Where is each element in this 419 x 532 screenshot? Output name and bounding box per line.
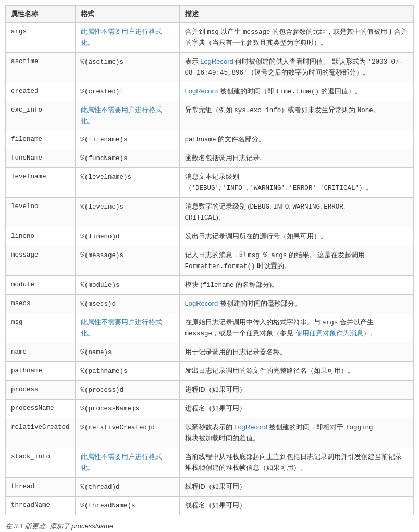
attr-format: 此属性不需要用户进行格式化。 [75, 313, 179, 343]
attr-desc: LogRecord 被创建的时间的毫秒部分。 [179, 295, 413, 313]
attr-name: processName [6, 400, 76, 418]
attr-format: %(process)d [75, 381, 179, 400]
table-row: threadName%(threadName)s线程名（如果可用） [6, 496, 414, 515]
table-row: args此属性不需要用户进行格式化。合并到 msg 以产生 message 的包… [6, 23, 414, 53]
table-row: levelno%(levelno)s消息数字的记录级别 (DEBUG, INFO… [6, 198, 414, 227]
attr-desc: 进程ID（如果可用） [179, 381, 413, 400]
attr-format: %(threadName)s [75, 496, 179, 515]
table-row: pathname%(pathname)s发出日志记录调用的源文件的完整路径名（如… [6, 362, 414, 381]
table-row: levelname%(levelname)s消息文本记录级别（'DEBUG', … [6, 168, 414, 198]
attr-format: 此属性不需要用户进行格式化。 [75, 101, 179, 130]
attr-name: process [6, 381, 76, 400]
attr-format: %(relativeCreated)d [75, 418, 179, 448]
attr-name: lineno [6, 227, 76, 246]
footer-highlight: processName [71, 522, 113, 530]
attr-desc: 在原始日志记录调用中传入的格式字符串。与 args 合并以产生message，或… [179, 313, 413, 343]
attr-format: %(pathname)s [75, 362, 179, 381]
attributes-table: 属性名称 格式 描述 args此属性不需要用户进行格式化。合并到 msg 以产生… [5, 5, 414, 515]
attr-name: created [6, 82, 76, 101]
attr-desc: 异常元组（例如 sys.exc_info）或者如未发生异常则为 None。 [179, 101, 413, 130]
attr-format: 此属性不需要用户进行格式化。 [75, 448, 179, 477]
table-row: process%(process)d进程ID（如果可用） [6, 381, 414, 400]
attr-format: %(levelname)s [75, 168, 179, 198]
table-row: relativeCreated%(relativeCreated)d以毫秒数表示… [6, 418, 414, 448]
attr-name: threadName [6, 496, 76, 515]
attr-desc: 表示 LogRecord 何时被创建的供人查看时间值。 默认形式为 '2003-… [179, 52, 413, 82]
attr-desc: 以毫秒数表示的 LogRecord 被创建的时间，即相对于 logging模块被… [179, 418, 413, 448]
attr-desc: 线程名（如果可用） [179, 496, 413, 515]
attr-name: stack_info [6, 448, 76, 477]
attr-name: levelno [6, 198, 76, 227]
attr-desc: pathname 的文件名部分。 [179, 130, 413, 149]
attr-desc: 用于记录调用的日志记录器名称。 [179, 343, 413, 362]
table-row: thread%(thread)d线程ID（如果可用） [6, 477, 414, 496]
table-row: stack_info此属性不需要用户进行格式化。当前线程中从堆栈底部起向上直到包… [6, 448, 414, 477]
attr-format: %(message)s [75, 246, 179, 276]
attr-name: levelname [6, 168, 76, 198]
table-row: asctime%(asctime)s表示 LogRecord 何时被创建的供人查… [6, 52, 414, 82]
attr-desc: 发出日志记录调用所在的源行号（如果可用）。 [179, 227, 413, 246]
table-row: module%(module)s模块 (filename 的名称部分)。 [6, 276, 414, 295]
table-row: funcName%(funcName)s函数名包括调用日志记录. [6, 149, 414, 168]
attr-desc: 模块 (filename 的名称部分)。 [179, 276, 413, 295]
attr-desc: 线程ID（如果可用） [179, 477, 413, 496]
table-row: exc_info此属性不需要用户进行格式化。异常元组（例如 sys.exc_in… [6, 101, 414, 130]
attr-format: %(module)s [75, 276, 179, 295]
table-row: created%(created)fLogRecord 被创建的时间（即 tim… [6, 82, 414, 101]
attr-format: %(funcName)s [75, 149, 179, 168]
attr-name: exc_info [6, 101, 76, 130]
attr-name: msecs [6, 295, 76, 313]
table-row: message%(message)s记入日志的消息，即 msg % args 的… [6, 246, 414, 276]
col-header-format: 格式 [75, 6, 179, 23]
attr-format: %(lineno)d [75, 227, 179, 246]
attr-format: 此属性不需要用户进行格式化。 [75, 23, 179, 53]
table-row: filename%(filename)spathname 的文件名部分。 [6, 130, 414, 149]
attr-name: name [6, 343, 76, 362]
attr-name: msg [6, 313, 76, 343]
attr-desc: 消息文本记录级别（'DEBUG', 'INFO', 'WARNING', 'ER… [179, 168, 413, 198]
attr-desc: 消息数字的记录级别 (DEBUG, INFO, WARNING, ERROR,C… [179, 198, 413, 227]
attr-desc: 记入日志的消息，即 msg % args 的结果。 这是在发起调用Formatt… [179, 246, 413, 276]
attr-desc: 合并到 msg 以产生 message 的包含参数的元组，或是其中的值被用于合并… [179, 23, 413, 53]
attr-format: %(thread)d [75, 477, 179, 496]
table-row: lineno%(lineno)d发出日志记录调用所在的源行号（如果可用）。 [6, 227, 414, 246]
col-header-name: 属性名称 [6, 6, 76, 23]
table-row: msecs%(msecs)dLogRecord 被创建的时间的毫秒部分。 [6, 295, 414, 313]
footer-note: 在 3.1 版更改: 添加了 processName [5, 522, 414, 531]
attr-format: %(msecs)d [75, 295, 179, 313]
attr-name: asctime [6, 52, 76, 82]
footer-prefix: 在 3.1 版更改: 添加了 [5, 522, 71, 530]
table-row: msg此属性不需要用户进行格式化。在原始日志记录调用中传入的格式字符串。与 ar… [6, 313, 414, 343]
attr-desc: LogRecord 被创建的时间（即 time.time() 的返回值）。 [179, 82, 413, 101]
attr-format: %(processName)s [75, 400, 179, 418]
attr-format: %(asctime)s [75, 52, 179, 82]
table-row: name%(name)s用于记录调用的日志记录器名称。 [6, 343, 414, 362]
attr-name: funcName [6, 149, 76, 168]
table-header-row: 属性名称 格式 描述 [6, 6, 414, 23]
col-header-desc: 描述 [179, 6, 413, 23]
attr-desc: 发出日志记录调用的源文件的完整路径名（如果可用）。 [179, 362, 413, 381]
attr-name: relativeCreated [6, 418, 76, 448]
attr-name: thread [6, 477, 76, 496]
attr-name: message [6, 246, 76, 276]
attr-format: %(filename)s [75, 130, 179, 149]
attr-format: %(levelno)s [75, 198, 179, 227]
attr-desc: 进程名（如果可用） [179, 400, 413, 418]
attr-format: %(name)s [75, 343, 179, 362]
table-row: processName%(processName)s进程名（如果可用） [6, 400, 414, 418]
attr-format: %(created)f [75, 82, 179, 101]
attr-name: args [6, 23, 76, 53]
attr-desc: 函数名包括调用日志记录. [179, 149, 413, 168]
attr-desc: 当前线程中从堆栈底部起向上直到包括日志记录调用并引发创建当前记录堆栈帧创建的堆栈… [179, 448, 413, 477]
attr-name: pathname [6, 362, 76, 381]
attr-name: module [6, 276, 76, 295]
attr-name: filename [6, 130, 76, 149]
